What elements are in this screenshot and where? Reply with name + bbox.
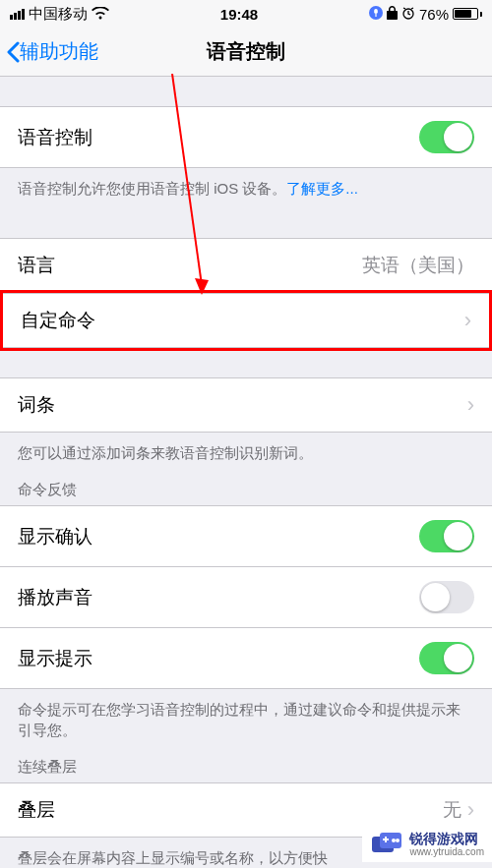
back-button[interactable]: 辅助功能	[6, 38, 98, 65]
show-hints-label: 显示提示	[18, 646, 92, 671]
page-title: 语音控制	[207, 38, 285, 65]
svg-point-9	[396, 839, 400, 842]
lock-icon	[387, 6, 398, 23]
show-confirm-row[interactable]: 显示确认	[0, 505, 492, 567]
watermark-url: www.ytruida.com	[409, 846, 484, 857]
show-confirm-label: 显示确认	[18, 524, 92, 550]
play-sound-switch[interactable]	[419, 581, 474, 613]
language-value: 英语（美国）	[362, 253, 474, 278]
show-hints-desc: 命令提示可在您学习语音控制的过程中，通过建议命令和提供提示来引导您。	[0, 689, 492, 750]
svg-rect-1	[374, 9, 378, 14]
status-time: 19:48	[220, 6, 258, 23]
nav-bar: 辅助功能 语音控制	[0, 28, 492, 77]
overlay-header: 连续叠层	[0, 750, 492, 782]
show-hints-switch[interactable]	[419, 642, 474, 674]
watermark-title: 锐得游戏网	[409, 832, 484, 846]
vocabulary-row[interactable]: 词条 ›	[0, 377, 492, 433]
carrier-label: 中国移动	[29, 5, 88, 24]
overlay-value: 无 ›	[443, 797, 474, 823]
battery-icon	[453, 8, 482, 20]
highlight-annotation: 自定命令 ›	[0, 290, 492, 351]
voice-control-switch[interactable]	[419, 121, 474, 153]
vocabulary-label: 词条	[18, 392, 55, 418]
wifi-icon	[92, 6, 109, 23]
svg-point-8	[392, 839, 396, 842]
voice-control-desc: 语音控制允许您使用语音控制 iOS 设备。了解更多...	[0, 168, 492, 208]
language-row[interactable]: 语言 英语（美国）	[0, 238, 492, 293]
battery-pct: 76%	[419, 6, 449, 23]
voice-indicator-icon	[369, 6, 383, 23]
voice-control-label: 语音控制	[18, 125, 92, 150]
custom-commands-row[interactable]: 自定命令 ›	[3, 293, 489, 348]
play-sound-row[interactable]: 播放声音	[0, 567, 492, 628]
status-right: 76%	[369, 6, 482, 23]
feedback-header: 命令反馈	[0, 473, 492, 505]
custom-commands-label: 自定命令	[21, 308, 95, 333]
signal-icon	[10, 9, 25, 20]
show-hints-row[interactable]: 显示提示	[0, 628, 492, 689]
watermark-logo-icon	[370, 831, 403, 858]
chevron-right-icon: ›	[467, 797, 474, 823]
watermark: 锐得游戏网 www.ytruida.com	[362, 827, 492, 862]
learn-more-link[interactable]: 了解更多...	[286, 180, 358, 197]
play-sound-label: 播放声音	[18, 585, 92, 610]
alarm-icon	[401, 6, 415, 23]
back-label: 辅助功能	[20, 38, 98, 65]
svg-rect-2	[375, 14, 376, 17]
status-bar: 中国移动 19:48 76%	[0, 0, 492, 28]
language-label: 语言	[18, 253, 55, 278]
chevron-right-icon: ›	[467, 392, 474, 418]
status-left: 中国移动	[10, 5, 109, 24]
overlay-label: 叠层	[18, 797, 55, 823]
voice-control-row[interactable]: 语音控制	[0, 106, 492, 168]
chevron-right-icon: ›	[464, 308, 471, 333]
svg-rect-11	[385, 837, 387, 842]
chevron-left-icon	[6, 41, 20, 63]
vocabulary-desc: 您可以通过添加词条来教语音控制识别新词。	[0, 433, 492, 473]
show-confirm-switch[interactable]	[419, 520, 474, 552]
